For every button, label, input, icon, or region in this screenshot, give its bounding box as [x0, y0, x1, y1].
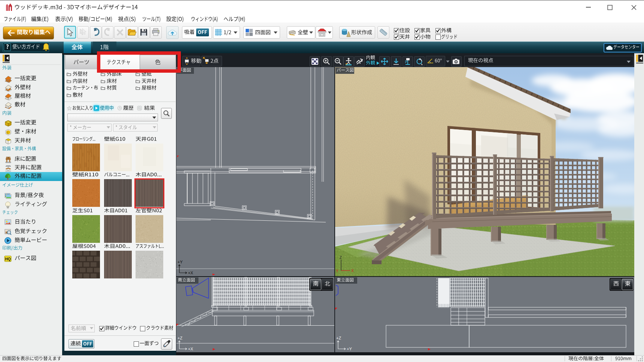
- svg-text:HQ: HQ: [5, 257, 11, 261]
- svg-text:+Z: +Z: [177, 336, 182, 340]
- svg-text:+Y: +Y: [347, 347, 352, 351]
- svg-text:Y: Y: [336, 269, 338, 273]
- svg-text:X: X: [351, 269, 354, 273]
- svg-text:+X: +X: [188, 271, 193, 275]
- svg-text:+Y: +Y: [177, 260, 183, 264]
- svg-text:+Z: +Z: [336, 336, 341, 340]
- svg-text:Z: Z: [340, 256, 342, 260]
- svg-text:+X: +X: [188, 347, 193, 351]
